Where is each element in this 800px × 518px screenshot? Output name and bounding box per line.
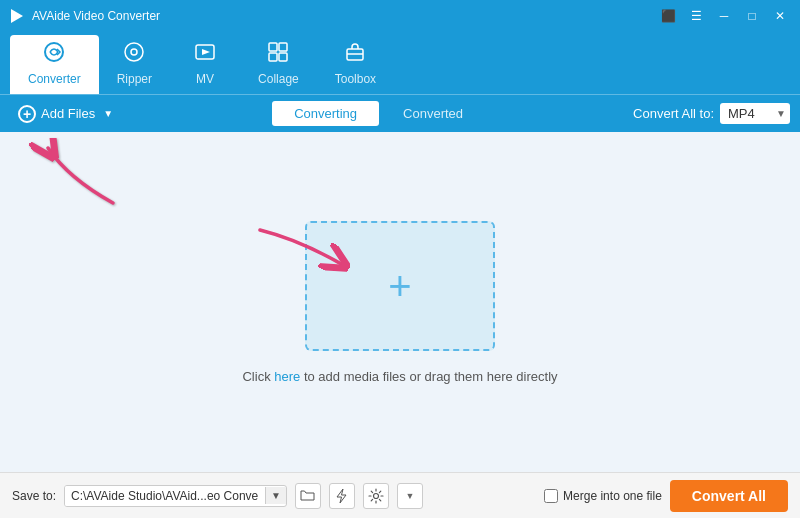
merge-label-text: Merge into one file — [563, 489, 662, 503]
ripper-icon — [123, 41, 145, 68]
toolbar: + Add Files ▼ Converting Converted Conve… — [0, 94, 800, 132]
tab-converted[interactable]: Converted — [381, 101, 485, 126]
maximize-icon[interactable]: □ — [740, 4, 764, 28]
nav-item-mv[interactable]: MV — [170, 35, 240, 94]
nav-item-toolbox[interactable]: Toolbox — [317, 35, 394, 94]
settings-icon — [368, 488, 384, 504]
nav-item-converter[interactable]: Converter — [10, 35, 99, 94]
app-title: AVAide Video Converter — [32, 9, 160, 23]
add-files-plus-icon: + — [18, 105, 36, 123]
save-path-wrap: ▼ — [64, 485, 287, 507]
drop-hint: Click here to add media files or drag th… — [242, 369, 557, 384]
drop-hint-prefix: Click — [242, 369, 274, 384]
app-logo-icon — [8, 7, 26, 25]
svg-rect-7 — [269, 53, 277, 61]
flash-icon-btn[interactable] — [329, 483, 355, 509]
nav-label-collage: Collage — [258, 72, 299, 86]
nav-item-collage[interactable]: Collage — [240, 35, 317, 94]
svg-rect-6 — [279, 43, 287, 51]
main-content: + Click here to add media files or drag … — [0, 132, 800, 472]
title-bar-left: AVAide Video Converter — [8, 7, 160, 25]
nav-item-ripper[interactable]: Ripper — [99, 35, 170, 94]
close-icon[interactable]: ✕ — [768, 4, 792, 28]
save-path-dropdown-icon[interactable]: ▼ — [265, 487, 286, 504]
svg-rect-5 — [269, 43, 277, 51]
drop-hint-link[interactable]: here — [274, 369, 300, 384]
minimize-icon[interactable]: ─ — [712, 4, 736, 28]
format-select[interactable]: MP4 MKV AVI MOV — [720, 103, 790, 124]
arrow-add-files — [28, 138, 118, 208]
merge-checkbox[interactable] — [544, 489, 558, 503]
convert-all-button[interactable]: Convert All — [670, 480, 788, 512]
bottom-bar: Save to: ▼ ▼ Merge into one file Convert… — [0, 472, 800, 518]
mv-icon — [194, 41, 216, 68]
title-bar: AVAide Video Converter ⬛ ☰ ─ □ ✕ — [0, 0, 800, 32]
folder-icon — [300, 489, 315, 502]
toolbar-tabs: Converting Converted — [124, 101, 633, 126]
add-files-label: Add Files — [41, 106, 95, 121]
folder-icon-btn[interactable] — [295, 483, 321, 509]
add-files-button[interactable]: + Add Files ▼ — [10, 101, 124, 127]
svg-marker-0 — [11, 9, 23, 23]
toolbox-icon — [344, 41, 366, 68]
convert-all-to: Convert All to: MP4 MKV AVI MOV ▼ — [633, 103, 790, 124]
svg-rect-8 — [279, 53, 287, 61]
flash-icon — [335, 488, 348, 504]
collage-icon — [267, 41, 289, 68]
svg-point-2 — [125, 43, 143, 61]
nav-bar: Converter Ripper MV Collag — [0, 32, 800, 94]
arrow-drop-zone — [255, 220, 350, 285]
nav-label-converter: Converter — [28, 72, 81, 86]
menu-icon[interactable]: ☰ — [684, 4, 708, 28]
svg-point-11 — [373, 493, 378, 498]
merge-label[interactable]: Merge into one file — [544, 489, 662, 503]
format-select-wrap[interactable]: MP4 MKV AVI MOV ▼ — [720, 103, 790, 124]
settings-icon-btn[interactable] — [363, 483, 389, 509]
save-path-input[interactable] — [65, 486, 265, 506]
gear-dropdown-btn[interactable]: ▼ — [397, 483, 423, 509]
window-controls: ⬛ ☰ ─ □ ✕ — [656, 4, 792, 28]
converter-icon — [43, 41, 65, 68]
convert-all-to-label: Convert All to: — [633, 106, 714, 121]
add-files-dropdown-icon[interactable]: ▼ — [100, 106, 116, 122]
drop-hint-suffix: to add media files or drag them here dir… — [300, 369, 557, 384]
drop-plus-icon: + — [388, 266, 411, 306]
nav-label-toolbox: Toolbox — [335, 72, 376, 86]
chat-icon[interactable]: ⬛ — [656, 4, 680, 28]
nav-label-ripper: Ripper — [117, 72, 152, 86]
nav-label-mv: MV — [196, 72, 214, 86]
svg-point-3 — [131, 49, 137, 55]
tab-converting[interactable]: Converting — [272, 101, 379, 126]
save-to-label: Save to: — [12, 489, 56, 503]
